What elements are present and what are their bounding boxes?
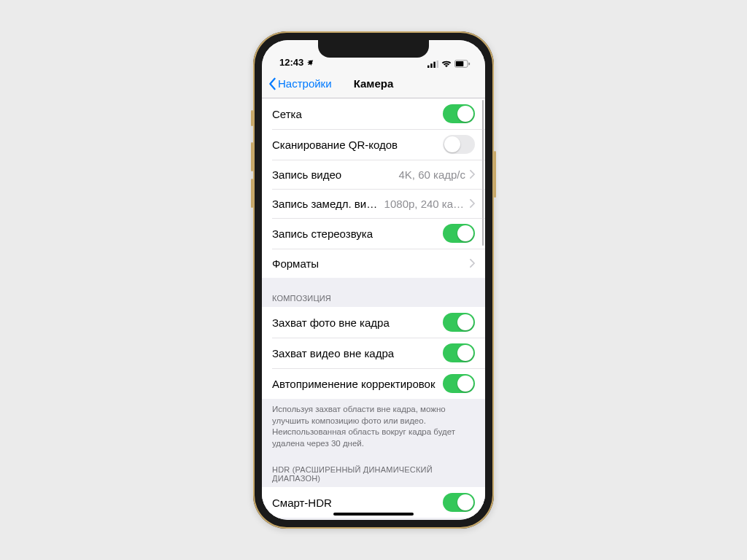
toggle-smart-hdr[interactable] [443, 493, 475, 512]
back-button[interactable]: Настройки [268, 77, 332, 90]
settings-group-composition: Захват фото вне кадра Захват видео вне к… [262, 307, 485, 399]
row-label: Автоприменение корректировок [272, 378, 443, 390]
row-qr-scan[interactable]: Сканирование QR-кодов [262, 129, 485, 160]
svg-rect-6 [468, 63, 470, 66]
cellular-icon [427, 61, 438, 68]
row-detail: 1080p, 240 кад… [384, 198, 465, 210]
nav-bar: Настройки Камера [262, 69, 485, 98]
svg-rect-0 [427, 65, 430, 67]
status-time: 12:43 [279, 57, 303, 68]
section-header-composition: КОМПОЗИЦИЯ [262, 278, 485, 307]
row-auto-apply[interactable]: Автоприменение корректировок [262, 368, 485, 399]
row-label: Захват видео вне кадра [272, 347, 443, 359]
row-label: Сетка [272, 108, 443, 120]
row-label: Смарт-HDR [272, 497, 443, 509]
toggle-photo-outside[interactable] [443, 313, 475, 332]
power-button [494, 151, 496, 198]
battery-icon [454, 60, 471, 68]
row-stereo[interactable]: Запись стереозвука [262, 218, 485, 249]
row-slomo-video[interactable]: Запись замедл. видео 1080p, 240 кад… [262, 189, 485, 218]
section-footer-hdr: Смарт-HDR смешивает лучшие фрагменты тре… [262, 518, 485, 520]
row-label: Запись замедл. видео [272, 198, 379, 210]
row-label: Запись стереозвука [272, 228, 443, 240]
toggle-video-outside[interactable] [443, 343, 475, 362]
wifi-icon [441, 61, 452, 68]
screen: 12:43 Настройки Камера Сетка [262, 40, 485, 520]
chevron-right-icon [470, 170, 475, 179]
row-record-video[interactable]: Запись видео 4K, 60 кадр/с [262, 160, 485, 189]
row-label: Запись видео [272, 168, 392, 181]
row-label: Сканирование QR-кодов [272, 139, 443, 151]
chevron-right-icon [470, 259, 475, 268]
row-label: Захват фото вне кадра [272, 316, 443, 329]
toggle-grid[interactable] [443, 104, 475, 123]
home-indicator[interactable] [333, 513, 414, 516]
chevron-right-icon [470, 199, 475, 208]
svg-rect-5 [456, 61, 464, 66]
location-icon [306, 59, 314, 66]
toggle-qr[interactable] [443, 135, 475, 154]
phone-frame: 12:43 Настройки Камера Сетка [253, 31, 494, 529]
silence-switch [251, 110, 253, 126]
volume-down-button [251, 179, 253, 208]
toggle-auto-apply[interactable] [443, 374, 475, 393]
svg-rect-3 [437, 61, 439, 68]
section-header-hdr: HDR (РАСШИРЕННЫЙ ДИНАМИЧЕСКИЙ ДИАПАЗОН) [262, 452, 485, 487]
row-capture-photo-outside[interactable]: Захват фото вне кадра [262, 307, 485, 338]
row-grid[interactable]: Сетка [262, 98, 485, 129]
chevron-left-icon [268, 77, 276, 90]
content[interactable]: Сетка Сканирование QR-кодов Запись видео… [262, 98, 485, 520]
toggle-stereo[interactable] [443, 224, 475, 243]
row-detail: 4K, 60 кадр/с [398, 168, 465, 181]
svg-rect-2 [433, 61, 436, 67]
row-label: Форматы [272, 257, 465, 270]
svg-rect-1 [430, 63, 433, 68]
row-capture-video-outside[interactable]: Захват видео вне кадра [262, 338, 485, 368]
settings-group-main: Сетка Сканирование QR-кодов Запись видео… [262, 98, 485, 278]
back-label: Настройки [278, 77, 332, 90]
section-footer-composition: Используя захват области вне кадра, можн… [262, 399, 485, 452]
notch [318, 40, 429, 58]
row-formats[interactable]: Форматы [262, 249, 485, 278]
volume-up-button [251, 142, 253, 171]
